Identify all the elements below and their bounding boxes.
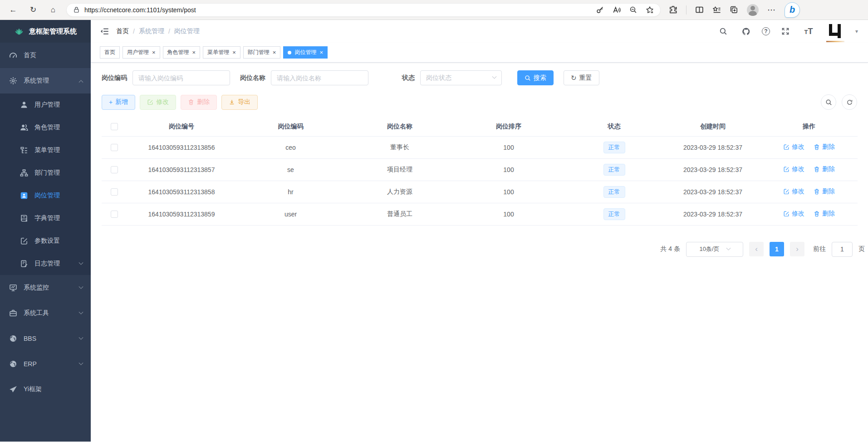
zoom-out-icon[interactable] [629,6,637,14]
password-key-icon[interactable] [596,6,604,14]
row-delete-link[interactable]: 删除 [814,210,835,218]
show-search-toggle-button[interactable] [821,94,836,110]
cell-post-sort: 100 [454,203,563,225]
delete-button[interactable]: 删除 [181,95,217,110]
extensions-icon[interactable] [669,5,677,14]
sidebar: 意框架管理系统 首页 系统管理 用户管理 角色管理 [0,20,91,442]
sidebar-item-label: 系统工具 [24,309,49,317]
row-edit-link[interactable]: 修改 [783,187,804,196]
read-aloud-icon[interactable] [613,6,621,14]
favorites-icon[interactable] [712,5,721,14]
prev-page-button[interactable]: ‹ [749,242,764,256]
toolbox-icon [9,309,17,317]
row-edit-link[interactable]: 修改 [783,143,804,151]
caret-down-icon[interactable]: ▾ [855,28,858,34]
goto-page-input[interactable] [832,242,853,257]
close-icon[interactable]: × [319,49,323,55]
address-bar[interactable]: https://ccnetcore.com:1101/system/post [66,3,661,17]
tags-view-bar: 首页 用户管理× 角色管理× 菜单管理× 部门管理× 岗位管理× [91,43,868,63]
bing-copilot-icon[interactable]: b [785,2,800,18]
sidebar-item-param-settings[interactable]: 参数设置 [0,230,91,252]
globe-icon [9,334,17,343]
column-post-name: 岗位名称 [345,117,454,136]
tab-home[interactable]: 首页 [100,46,120,59]
row-checkbox[interactable] [111,166,118,173]
sidebar-fold-icon[interactable] [100,27,109,36]
close-icon[interactable]: × [273,49,276,55]
close-icon[interactable]: × [232,49,236,55]
status-select[interactable]: 岗位状态 [420,70,502,85]
header-help-button[interactable]: ? [762,27,770,35]
sidebar-item-yi-framework[interactable]: Yi框架 [0,377,91,402]
tab-dept-management[interactable]: 部门管理× [243,46,281,59]
tab-role-management[interactable]: 角色管理× [163,46,201,59]
sidebar-item-bbs[interactable]: BBS [0,326,91,351]
refresh-table-button[interactable] [842,94,857,110]
edit-icon [783,166,790,172]
row-delete-link[interactable]: 删除 [814,187,835,196]
delete-button-label: 删除 [197,98,210,106]
browser-menu-icon[interactable]: ⋯ [767,5,776,15]
sidebar-item-label: 系统监控 [24,284,49,292]
sidebar-item-user-management[interactable]: 用户管理 [0,93,91,116]
row-edit-link[interactable]: 修改 [783,210,804,218]
add-favorite-icon[interactable] [646,6,654,14]
header-github-button[interactable] [739,24,754,39]
sidebar-item-log-management[interactable]: 日志管理 [0,252,91,275]
header-search-button[interactable] [716,24,731,39]
reset-button[interactable]: ↻ 重置 [564,70,599,85]
row-delete-link[interactable]: 删除 [814,143,835,151]
row-delete-link[interactable]: 删除 [814,165,835,173]
add-button[interactable]: + 新增 [102,95,135,110]
header-fullscreen-button[interactable] [778,24,793,39]
trash-icon [814,166,820,172]
tab-menu-management[interactable]: 菜单管理× [203,46,240,59]
sidebar-item-menu-management[interactable]: 菜单管理 [0,139,91,162]
search-icon [825,99,832,106]
user-avatar[interactable] [827,23,844,40]
header-font-size-button[interactable]: TT [801,24,816,39]
browser-refresh-button[interactable]: ↻ [26,3,40,17]
cell-post-id: 1641030593112313857 [127,158,236,181]
row-checkbox[interactable] [111,144,118,151]
app-title: 意框架管理系统 [29,27,77,36]
edit-button[interactable]: 修改 [140,95,176,110]
sidebar-item-erp[interactable]: ERP [0,351,91,377]
browser-back-button[interactable]: ← [6,3,20,17]
row-checkbox[interactable] [111,211,118,218]
sidebar-item-system-monitor[interactable]: 系统监控 [0,275,91,300]
page-size-select[interactable]: 10条/页 [686,242,743,257]
breadcrumb-system: 系统管理 [139,27,164,35]
sidebar-item-system-tools[interactable]: 系统工具 [0,300,91,326]
breadcrumb-home[interactable]: 首页 [116,27,129,35]
row-checkbox[interactable] [111,188,118,196]
export-button[interactable]: 导出 [221,95,258,110]
column-status: 状态 [563,117,665,136]
browser-profile-avatar[interactable] [747,4,759,16]
split-screen-icon[interactable] [695,5,704,14]
next-page-button[interactable]: › [790,242,804,256]
goto-label: 前往 [813,245,826,253]
post-code-input[interactable] [132,70,230,85]
post-name-input[interactable] [271,70,368,85]
sidebar-item-post-management[interactable]: 岗位管理 [0,184,91,207]
sidebar-item-home[interactable]: 首页 [0,43,91,68]
cell-post-code: hr [236,181,345,203]
sidebar-item-dept-management[interactable]: 部门管理 [0,162,91,184]
tab-user-management[interactable]: 用户管理× [123,46,160,59]
tab-post-management[interactable]: 岗位管理× [283,46,328,59]
sidebar-item-dict-management[interactable]: 字典管理 [0,207,91,230]
row-edit-link[interactable]: 修改 [783,165,804,173]
plant-logo-icon [14,26,25,37]
browser-home-button[interactable]: ⌂ [46,3,60,17]
sidebar-item-system-management[interactable]: 系统管理 [0,68,91,93]
search-button[interactable]: 搜索 [517,70,554,85]
select-all-checkbox[interactable] [111,123,118,130]
sidebar-item-role-management[interactable]: 角色管理 [0,116,91,139]
table-toolbar: + 新增 修改 删除 导出 [102,94,857,110]
close-icon[interactable]: × [192,49,196,55]
collections-icon[interactable] [730,5,738,14]
url-text[interactable]: https://ccnetcore.com:1101/system/post [84,6,196,14]
close-icon[interactable]: × [152,49,156,55]
page-number-button[interactable]: 1 [770,242,784,256]
